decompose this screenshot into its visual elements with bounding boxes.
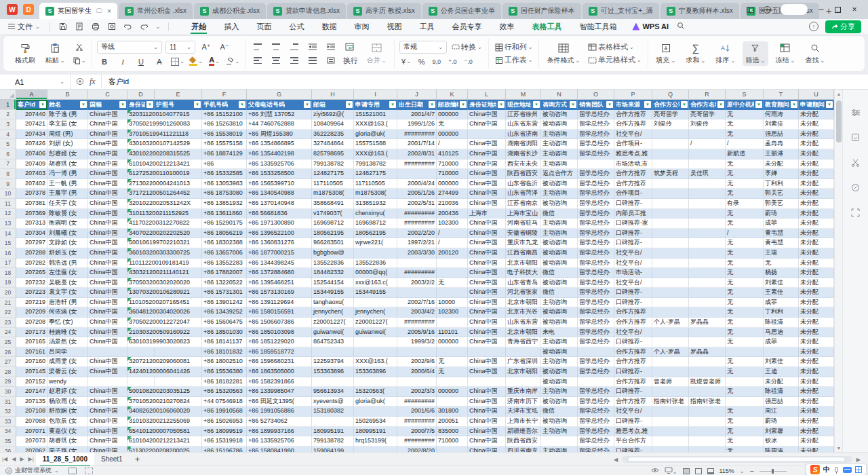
vertical-scroll-thumb[interactable] [836, 100, 842, 142]
cell[interactable]: China中国 [88, 130, 127, 140]
cell[interactable] [652, 259, 689, 269]
cell[interactable] [652, 218, 689, 229]
cell[interactable]: 无 [726, 130, 764, 140]
cell[interactable]: / [726, 229, 764, 239]
menu-tab-表格工具[interactable]: 表格工具 [523, 19, 570, 34]
wrap-text-button[interactable]: 换行 [342, 56, 359, 66]
cell[interactable]: 刘妍 (女) [47, 139, 88, 149]
cell[interactable]: 平台合作方 [614, 436, 652, 446]
cell[interactable]: 吴佳琪 [689, 169, 726, 179]
cell[interactable]: 未分配 [799, 328, 834, 338]
cell[interactable]: 150269534 [354, 417, 397, 427]
cell[interactable]: +86 18101832 [202, 347, 247, 358]
cell[interactable]: +86 1370140948 [247, 199, 312, 209]
filter-dropdown-icon[interactable]: ▼ [717, 101, 724, 108]
cell[interactable] [689, 268, 726, 278]
cell[interactable]: 唐浩轩 (男 [47, 298, 88, 308]
cell[interactable]: 市场活动,市 [614, 159, 652, 170]
cell[interactable] [468, 377, 506, 387]
increase-font-icon[interactable]: A⁺ [199, 41, 214, 52]
cell[interactable] [578, 347, 614, 358]
cell[interactable] [468, 347, 506, 358]
cell[interactable]: jennychen( [354, 307, 397, 318]
cell[interactable]: 340826200106060020 [127, 406, 155, 417]
cell[interactable]: China中国 [88, 278, 127, 288]
cell[interactable]: 被动咨询 [541, 347, 578, 358]
cell[interactable]: 未分配 [764, 159, 799, 170]
cell[interactable]: 274499 [437, 189, 468, 199]
cell[interactable] [652, 357, 689, 367]
cell[interactable] [437, 377, 468, 387]
cell[interactable]: 社交平台/ [614, 248, 652, 259]
cell[interactable] [397, 288, 437, 298]
cell[interactable]: 180562195 [354, 229, 397, 239]
cell[interactable]: 358668491 [312, 199, 354, 209]
cell[interactable]: 未分配 [799, 417, 834, 427]
cell[interactable]: 2003/4/2 [397, 307, 437, 318]
cell[interactable]: 207403 [16, 169, 47, 179]
cell[interactable] [689, 189, 726, 199]
clear-format-button[interactable]: ⌄ [225, 56, 240, 67]
header-cell[interactable]: 邮政编码▼ [437, 100, 468, 110]
cell[interactable]: 000000 [437, 337, 468, 347]
cell[interactable]: 2002/9/6 [397, 357, 437, 367]
cell[interactable] [354, 347, 397, 358]
cell[interactable]: +86 15263810 [202, 119, 247, 130]
cell[interactable]: 成雨雯 (女 [47, 357, 88, 367]
cell[interactable]: +86 田延文1395( [247, 397, 312, 407]
cell[interactable]: 410125 [437, 149, 468, 159]
merge-button[interactable]: 合并⌄ [363, 41, 389, 66]
cell[interactable]: 无 [726, 169, 764, 179]
cell[interactable] [652, 367, 689, 377]
cell[interactable]: 207434 [16, 130, 47, 140]
cell[interactable] [397, 347, 437, 358]
cell[interactable] [689, 436, 726, 446]
cell[interactable] [689, 367, 726, 377]
filter-dropdown-icon[interactable]: ▼ [346, 101, 353, 108]
row-number[interactable]: 21 [0, 298, 16, 308]
cell[interactable] [652, 406, 689, 417]
cell[interactable]: 个人-罗晶 [652, 347, 689, 358]
cell[interactable]: 北京市朝阳 [506, 298, 541, 308]
cell[interactable]: 黄韦慧 [764, 238, 799, 248]
page-break-view-icon[interactable] [707, 468, 714, 474]
cell[interactable]: 370502199901260083 [127, 119, 155, 130]
cell[interactable]: 左佳薇 (女 [47, 268, 88, 278]
cell[interactable]: 北京市朝阳 [506, 367, 541, 377]
cell[interactable]: 370105199411221118 [127, 130, 155, 140]
cell[interactable]: 430103200107142529 [127, 139, 155, 149]
cell[interactable]: 留学总经办 [578, 268, 614, 278]
cell[interactable]: 153363896 [354, 367, 397, 377]
cell[interactable]: +86 1354866895 [247, 139, 312, 149]
cell[interactable]: 合作方推荐 [614, 357, 652, 367]
cell[interactable]: 口碑推荐- [614, 199, 652, 209]
cell[interactable]: 个人-罗晶 [652, 318, 689, 328]
cell[interactable] [652, 387, 689, 397]
row-number[interactable]: 24 [0, 328, 16, 338]
cell[interactable]: 未分配 [799, 110, 834, 120]
cell[interactable]: 207161 [16, 347, 47, 358]
cell[interactable]: 未分配 [799, 307, 834, 318]
cell[interactable] [437, 318, 468, 328]
cell[interactable]: 825798695 [312, 149, 354, 159]
cell[interactable]: 155751588 [354, 139, 397, 149]
cell[interactable]: 370503200302020020 [127, 278, 155, 288]
cell[interactable]: China中国 [88, 436, 127, 446]
cell[interactable]: 135522836 [312, 259, 354, 269]
cell[interactable]: 留学总经办 [578, 199, 614, 209]
cell[interactable]: 430321200211140121 [127, 268, 155, 278]
decrease-font-icon[interactable]: A⁻ [217, 41, 232, 52]
cell[interactable]: +86 15575158 [202, 139, 247, 149]
cell[interactable]: China中国 [468, 397, 506, 407]
normal-view-icon[interactable] [683, 468, 690, 474]
split-view-icon[interactable] [68, 468, 77, 474]
cell[interactable]: 未分配 [799, 218, 834, 229]
zoom-caret-icon[interactable]: ⌄ [740, 468, 745, 474]
header-cell[interactable]: 邮箱▼ [312, 100, 354, 110]
wrap-icon[interactable] [342, 41, 357, 52]
cell[interactable]: 327484864 [312, 139, 354, 149]
header-cell[interactable]: 销售团队▼ [578, 100, 614, 110]
cell[interactable]: 310103200212255069 [127, 417, 155, 427]
cell[interactable]: China中国 [88, 337, 127, 347]
sheet-tab-Sheet1[interactable]: Sheet1 [94, 453, 130, 466]
